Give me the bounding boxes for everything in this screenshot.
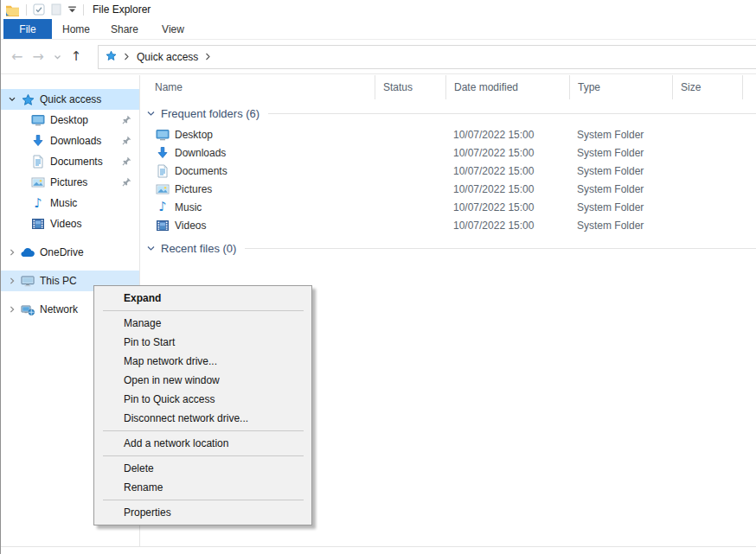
- music-icon: ♪: [156, 201, 170, 214]
- up-icon[interactable]: ↑: [71, 50, 82, 63]
- chevron-right-icon[interactable]: [5, 248, 19, 257]
- sidebar-item-downloads[interactable]: Downloads: [1, 131, 139, 151]
- menu-item-label: Manage: [124, 317, 161, 329]
- file-name: Videos: [175, 220, 206, 232]
- file-row-music[interactable]: ♪ Music 10/07/2022 15:00 System Folder: [144, 198, 756, 216]
- file-explorer-window: File Explorer File Home Share View ← →: [0, 0, 756, 554]
- forward-icon[interactable]: →: [32, 50, 43, 64]
- menu-item: [103, 430, 304, 431]
- menu-item-add-a-network-location[interactable]: Add a network location: [94, 434, 311, 453]
- column-header-size[interactable]: Size: [673, 75, 743, 99]
- ribbon-tab-label: File: [19, 23, 35, 35]
- name-cell: Videos: [144, 219, 375, 232]
- file-row-documents[interactable]: Documents 10/07/2022 15:00 System Folder: [144, 162, 756, 180]
- file-name: Downloads: [175, 147, 226, 159]
- music-icon: ♪: [29, 197, 47, 210]
- sidebar-item-label: This PC: [40, 275, 77, 287]
- status-bar: [1, 546, 756, 554]
- sidebar-item-videos[interactable]: Videos: [1, 213, 139, 234]
- sidebar-item-onedrive[interactable]: OneDrive: [1, 242, 139, 263]
- file-explorer-logo-icon: [5, 3, 20, 16]
- file-row-desktop[interactable]: Desktop 10/07/2022 15:00 System Folder: [144, 125, 756, 143]
- ribbon-tab-home[interactable]: Home: [52, 19, 100, 39]
- date-modified-cell: 10/07/2022 15:00: [446, 147, 570, 159]
- menu-item-delete[interactable]: Delete: [94, 459, 311, 478]
- pictures-icon: [156, 182, 170, 196]
- ribbon-tab-label: Home: [62, 23, 90, 35]
- address-box[interactable]: Quick access: [98, 45, 756, 69]
- group-rule: [245, 248, 756, 249]
- column-header-label: Name: [155, 81, 183, 93]
- menu-item-label: Map network drive...: [124, 355, 217, 367]
- menu-item-label: Add a network location: [124, 437, 228, 449]
- properties-qat-icon[interactable]: [33, 3, 45, 16]
- menu-item-properties[interactable]: Properties: [94, 503, 311, 522]
- customize-quick-access-toolbar-icon[interactable]: [67, 5, 77, 14]
- sidebar-item-documents[interactable]: Documents: [1, 151, 139, 172]
- breadcrumb-chevron-icon[interactable]: [124, 51, 130, 63]
- group-collapse-chevron-icon[interactable]: [146, 109, 156, 118]
- column-header-date-modified[interactable]: Date modified: [446, 75, 570, 99]
- menu-item-pin-to-start[interactable]: Pin to Start: [94, 333, 311, 352]
- sidebar-item-pictures[interactable]: Pictures: [1, 172, 139, 193]
- column-header-name[interactable]: Name: [144, 75, 375, 99]
- menu-item: [103, 500, 304, 500]
- quick-access-star-icon: [19, 93, 36, 106]
- breadcrumb[interactable]: Quick access: [137, 51, 198, 63]
- column-header-type[interactable]: Type: [570, 75, 673, 99]
- type-cell: System Folder: [570, 129, 673, 141]
- pin-icon: [122, 136, 131, 148]
- column-header-label: Date modified: [454, 81, 518, 93]
- menu-item-manage[interactable]: Manage: [94, 314, 311, 333]
- downloads-icon: [29, 134, 47, 148]
- menu-item: [103, 455, 304, 456]
- type-cell: System Folder: [570, 183, 673, 195]
- chevron-right-icon[interactable]: [5, 305, 19, 314]
- back-icon[interactable]: ←: [11, 50, 22, 64]
- menu-item-open-in-new-window[interactable]: Open in new window: [94, 371, 311, 390]
- group-collapse-chevron-icon[interactable]: [146, 244, 156, 253]
- type-cell: System Folder: [570, 165, 673, 177]
- chevron-right-icon[interactable]: [5, 277, 19, 285]
- group-header-recent-files[interactable]: Recent files (0): [146, 239, 756, 257]
- file-name: Music: [175, 201, 202, 213]
- menu-item-disconnect-network-drive[interactable]: Disconnect network drive...: [94, 409, 311, 428]
- sidebar-item-label: Quick access: [40, 93, 101, 105]
- file-row-downloads[interactable]: Downloads 10/07/2022 15:00 System Folder: [144, 143, 756, 162]
- date-modified-cell: 10/07/2022 15:00: [446, 201, 570, 213]
- frequent-folders-rows: Desktop 10/07/2022 15:00 System Folder D…: [141, 125, 756, 234]
- ribbon-tab-file[interactable]: File: [3, 19, 52, 39]
- menu-item-label: Pin to Quick access: [124, 393, 215, 405]
- file-row-pictures[interactable]: Pictures 10/07/2022 15:00 System Folder: [144, 180, 756, 198]
- onedrive-cloud-icon: [19, 247, 36, 258]
- pictures-icon: [29, 175, 47, 189]
- sidebar-item-label: Network: [40, 303, 78, 315]
- menu-item-rename[interactable]: Rename: [94, 478, 311, 497]
- new-folder-qat-icon[interactable]: [51, 3, 61, 16]
- date-modified-cell: 10/07/2022 15:00: [446, 165, 570, 177]
- column-header-label: Size: [681, 81, 701, 93]
- this-pc-context-menu: Expand Manage Pin to Start Map network d…: [93, 285, 312, 525]
- documents-icon: [156, 164, 170, 178]
- menu-item-map-network-drive[interactable]: Map network drive...: [94, 352, 311, 371]
- chevron-down-icon[interactable]: [5, 95, 19, 104]
- videos-icon: [29, 217, 47, 231]
- menu-item-expand[interactable]: Expand: [94, 289, 311, 308]
- sidebar-item-desktop[interactable]: Desktop: [1, 110, 139, 131]
- date-modified-cell: 10/07/2022 15:00: [446, 129, 570, 141]
- sidebar-item-quick-access[interactable]: Quick access: [1, 89, 139, 110]
- breadcrumb-chevron-icon[interactable]: [205, 51, 211, 63]
- file-row-videos[interactable]: Videos 10/07/2022 15:00 System Folder: [144, 216, 756, 234]
- name-cell: Desktop: [144, 128, 375, 142]
- menu-item-pin-to-quick-access[interactable]: Pin to Quick access: [94, 390, 311, 409]
- ribbon-tab-share[interactable]: Share: [100, 19, 149, 39]
- ribbon-tab-view[interactable]: View: [149, 19, 197, 39]
- column-header-status[interactable]: Status: [375, 75, 446, 99]
- group-header-frequent-folders[interactable]: Frequent folders (6): [146, 105, 756, 122]
- recent-locations-chevron-icon[interactable]: [54, 51, 61, 63]
- network-icon: [19, 302, 36, 316]
- name-cell: Downloads: [144, 146, 375, 160]
- sidebar-item-music[interactable]: ♪ Music: [1, 193, 139, 213]
- column-header-label: Status: [383, 81, 413, 93]
- column-header-row: Name Status Date modified Type: [144, 75, 756, 99]
